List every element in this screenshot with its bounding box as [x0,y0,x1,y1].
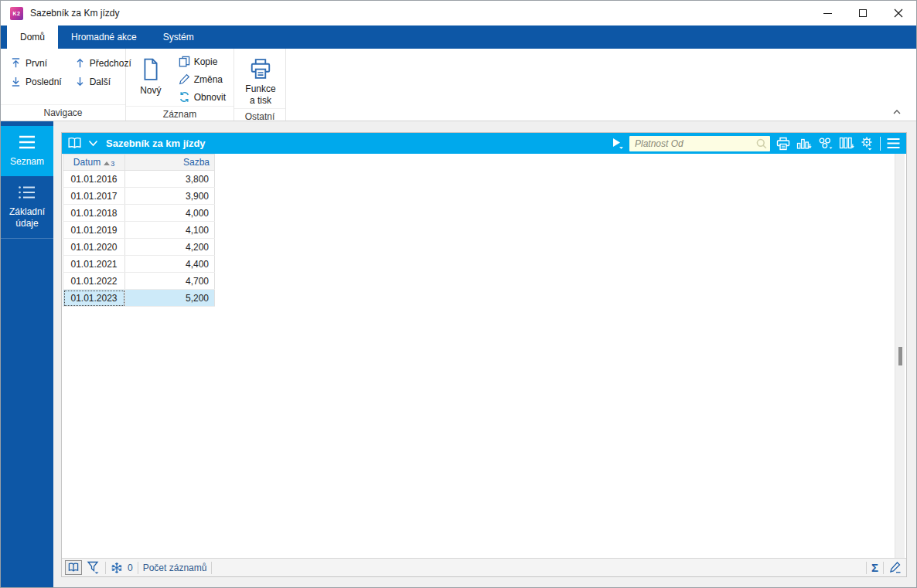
search-icon [755,138,768,150]
table-row[interactable]: 01.01.20224,700 [63,273,215,290]
book-view-button[interactable] [65,560,82,575]
menu-icon[interactable] [886,138,901,149]
copy-button[interactable]: Kopie [176,54,229,69]
sidebar-item-label: Základní údaje [2,206,52,230]
column-header-sazba[interactable]: Sazba [125,155,215,171]
table-row[interactable]: 01.01.20163,800 [63,171,215,188]
data-grid: Datum3 Sazba 01.01.20163,80001.01.20173,… [63,154,215,307]
group-label-navigace: Navigace [1,104,125,121]
table-row[interactable]: 01.01.20214,400 [63,256,215,273]
statusbar: 0 Počet záznamů Σ [62,558,906,576]
ribbon-group-zaznam: Nový Kopie Změna Obnovit [126,49,234,121]
refresh-button[interactable]: Obnovit [176,90,229,104]
cell-sazba[interactable]: 5,200 [125,290,215,307]
cell-sazba[interactable]: 4,000 [125,205,215,222]
change-label: Změna [194,74,223,85]
cell-datum[interactable]: 01.01.2019 [63,222,125,239]
panel-body: Datum3 Sazba 01.01.20163,80001.01.20173,… [62,154,906,558]
cell-sazba[interactable]: 3,800 [125,171,215,188]
table-row[interactable]: 01.01.20194,100 [63,222,215,239]
cell-sazba[interactable]: 4,200 [125,239,215,256]
window-controls [810,1,916,25]
play-icon[interactable] [612,137,624,150]
sidebar-item-label: Seznam [2,156,52,168]
first-label: První [26,58,47,69]
table-row[interactable]: 01.01.20184,000 [63,205,215,222]
menu-icon [17,134,37,150]
column-header-datum[interactable]: Datum3 [63,155,125,171]
collapse-ribbon-button[interactable] [890,106,904,118]
table-row[interactable]: 01.01.20204,200 [63,239,215,256]
record-count-label: Počet záznamů [143,563,207,573]
change-button[interactable]: Změna [176,72,229,87]
group-label-zaznam: Záznam [126,106,234,122]
tab-system[interactable]: Systém [150,25,207,49]
ribbon-tabbar: Domů Hromadné akce Systém [1,25,916,49]
sidebar: Seznam Základní údaje [1,121,53,587]
cell-datum[interactable]: 01.01.2020 [63,239,125,256]
search-input[interactable] [629,136,770,151]
gear-icon[interactable] [860,136,874,151]
titlebar: K2 Sazebník za Km jízdy [1,1,916,25]
cell-datum[interactable]: 01.01.2023 [63,290,125,307]
app-logo-icon: K2 [10,7,23,20]
edit-icon[interactable] [888,561,902,574]
cell-datum[interactable]: 01.01.2022 [63,273,125,290]
last-button[interactable]: Poslední [7,74,65,89]
maximize-button[interactable] [845,1,881,25]
new-label: Nový [140,85,161,97]
table-row[interactable]: 01.01.20235,200 [63,290,215,307]
panel-title: Sazebník za km jízdy [106,138,206,149]
ribbon-group-ostatni: Funkce a tisk Ostatní [234,49,286,121]
vertical-scrollbar[interactable] [895,154,905,558]
cluster-icon[interactable] [817,137,833,151]
chevron-down-icon[interactable] [88,140,98,147]
ribbon-group-navigace: První Poslední Předchozí Další [1,49,126,121]
sidebar-item-zakladni-udaje[interactable]: Základní údaje [1,176,53,239]
content-panel: Sazebník za km jízdy [61,132,907,577]
statusbar-separator [138,562,138,574]
functions-print-label: Funkce a tisk [244,83,278,107]
sigma-icon[interactable]: Σ [871,562,878,573]
first-button[interactable]: První [7,56,65,70]
tab-domu[interactable]: Domů [7,25,58,49]
table-header-row: Datum3 Sazba [63,155,215,171]
first-icon [10,57,22,69]
cell-sazba[interactable]: 4,700 [125,273,215,290]
cell-datum[interactable]: 01.01.2021 [63,256,125,273]
columns-icon[interactable] [839,137,854,151]
previous-button[interactable]: Předchozí [71,56,135,70]
table-row[interactable]: 01.01.20173,900 [63,188,215,205]
book-icon[interactable] [66,137,83,150]
minimize-button[interactable] [810,1,845,25]
chevron-up-icon [892,108,902,116]
sidebar-item-seznam[interactable]: Seznam [1,126,53,176]
refresh-label: Obnovit [194,92,226,103]
minimize-icon [823,13,832,14]
cell-sazba[interactable]: 4,400 [125,256,215,273]
statusbar-separator [211,562,212,574]
statusbar-separator [866,562,867,574]
cell-sazba[interactable]: 3,900 [125,188,215,205]
cell-datum[interactable]: 01.01.2016 [63,171,125,188]
arrow-up-icon [74,57,86,69]
chart-icon[interactable] [796,137,812,151]
window-title: Sazebník za Km jízdy [30,8,119,19]
filter-icon[interactable] [87,561,101,575]
previous-label: Předchozí [90,58,131,69]
print-icon[interactable] [776,137,791,151]
statusbar-separator [105,562,106,574]
tab-hromadne-akce[interactable]: Hromadné akce [58,25,150,49]
next-button[interactable]: Další [71,74,135,89]
pencil-icon [179,73,190,85]
statusbar-separator [883,562,884,574]
new-button[interactable]: Nový [132,53,169,104]
cell-datum[interactable]: 01.01.2017 [63,188,125,205]
functions-print-button[interactable]: Funkce a tisk [240,53,281,107]
close-button[interactable] [881,1,916,25]
cell-datum[interactable]: 01.01.2018 [63,205,125,222]
scrollbar-thumb[interactable] [898,347,902,365]
cell-sazba[interactable]: 4,100 [125,222,215,239]
snowflake-icon[interactable] [111,562,123,574]
list-icon [17,185,37,200]
